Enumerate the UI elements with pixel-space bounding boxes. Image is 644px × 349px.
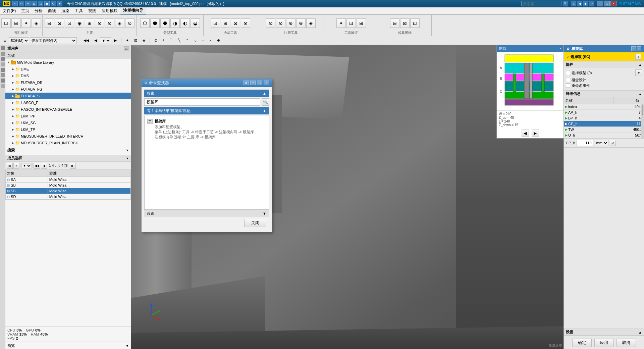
tb-btn-2[interactable]: ⊞ — [11, 18, 21, 28]
search-collapse[interactable]: ▼ — [126, 149, 129, 152]
nav-icon-1[interactable]: ⌂ — [571, 1, 576, 6]
tree-dme-expand[interactable]: ▶ — [11, 67, 15, 71]
command-search-button[interactable]: 🔍 — [262, 98, 269, 106]
rp-cph-input[interactable] — [577, 140, 593, 146]
sub-select-3[interactable]: ◈ — [140, 38, 148, 43]
tree-folder-meus-plain[interactable]: ▶ 📁 MEUSBURGER_PLAIN_INTERCH — [5, 140, 131, 146]
tree-lkmtp-expand[interactable]: ▶ — [11, 128, 15, 131]
rp-apply-btn[interactable]: 应用 — [594, 339, 614, 347]
info-panel-close[interactable]: × — [559, 46, 561, 50]
nav-icon-3[interactable]: ▶ — [583, 1, 588, 6]
rp-minimize[interactable]: − — [631, 46, 636, 51]
workspace-selector[interactable]: 仅在工作部件内 — [30, 37, 77, 44]
rp-rename-check[interactable] — [566, 84, 570, 88]
tree-hascoint-expand[interactable]: ▶ — [11, 108, 15, 111]
menu-tools[interactable]: 工具 — [72, 7, 86, 14]
tb-split-1[interactable]: ⬡ — [140, 18, 150, 28]
info-nav-left[interactable]: ◀ — [522, 130, 529, 137]
tb-main-5[interactable]: ⊞ — [85, 18, 94, 28]
member-view-grid[interactable]: ⊞ — [7, 163, 13, 169]
left-sidebar-icon-2[interactable] — [1, 52, 5, 56]
menu-render[interactable]: 渲染 — [59, 7, 72, 14]
tree-lkmpp-expand[interactable]: ▶ — [11, 114, 15, 118]
tb-tv-3[interactable]: ⊞ — [357, 18, 366, 28]
quick-icon-1[interactable]: ↩ — [12, 1, 18, 6]
tb-main-8[interactable]: ◈ — [115, 18, 124, 28]
tb-btn-4[interactable]: ◈ — [32, 18, 41, 28]
tb-inject-1[interactable]: ⊙ — [266, 18, 275, 28]
tree-folder-futaba-s[interactable]: ▶ FUTABA_S — [5, 93, 131, 99]
reference-selector[interactable]: 基准(M) — [9, 37, 29, 44]
menu-view[interactable]: 视图 — [86, 7, 99, 14]
tree-futabafg-expand[interactable]: ▶ — [11, 88, 15, 91]
tb-main-3[interactable]: ⊡ — [65, 18, 74, 28]
tree-hascoe-expand[interactable]: ▶ — [11, 101, 15, 104]
sub-toolbar-left-icon[interactable]: ≡ — [1, 38, 8, 43]
left-sidebar-icon-8[interactable] — [1, 84, 5, 88]
result-item-1[interactable]: 模架库 添加和配置模架。 菜单 (上边框条): 工具 -> 特定于工艺 -> 注… — [146, 117, 267, 141]
detail-row-cph[interactable]: ▶ CP_h 110 — [564, 121, 644, 127]
members-filter[interactable]: ▼ — [21, 163, 32, 168]
tree-view[interactable]: ▼ MW Mold Base Library ▶ 📁 DME ▶ 📁 DMS ▶ — [5, 59, 131, 146]
sub-nav-1[interactable]: ◀◀ — [81, 38, 91, 43]
tb-btn-3[interactable]: ✦ — [21, 18, 31, 28]
rp-settings-header[interactable]: 设置 ▲ — [564, 329, 644, 336]
tb-split-4[interactable]: ◑ — [170, 18, 180, 28]
dialog-refresh-icon[interactable]: ↺ — [244, 81, 249, 85]
sub-filter-selector[interactable]: ▼ — [100, 37, 111, 44]
nav-icon-4[interactable]: ? — [589, 1, 594, 6]
rp-select-mold-check[interactable] — [566, 71, 570, 75]
dialog-close-button[interactable]: 关闭 — [244, 219, 266, 227]
rp-details-scrollbar[interactable] — [641, 104, 644, 138]
tb-main-7[interactable]: ⊘ — [105, 18, 114, 28]
tree-folder-dme[interactable]: ▶ 📁 DME — [5, 66, 131, 72]
sub-select-2[interactable]: ⊡ — [132, 38, 140, 43]
info-nav-right[interactable]: ▶ — [532, 130, 539, 137]
rp-concept-check[interactable] — [566, 78, 570, 82]
detail-row-bph[interactable]: ▶ BP_h 40 — [564, 115, 644, 121]
menu-injection[interactable]: 注塑模向导 — [120, 7, 146, 14]
detail-row-index[interactable]: ▶ index 4040 — [564, 104, 644, 110]
close-button[interactable]: × — [610, 1, 616, 6]
rp-cph-apply-btn[interactable]: ↵ — [610, 140, 616, 146]
sub-tool-5[interactable]: ⌃ — [183, 38, 191, 43]
left-sidebar-icon-5[interactable] — [1, 68, 5, 72]
tb-main-9[interactable]: ⊙ — [125, 18, 135, 28]
tb-tv-2[interactable]: ⊡ — [346, 18, 356, 28]
quick-icon-4[interactable]: ⊞ — [32, 1, 37, 6]
menu-home[interactable]: 主页 — [18, 7, 32, 14]
member-nav-first[interactable]: ◀◀ — [34, 163, 40, 169]
maximize-button[interactable]: □ — [604, 1, 610, 6]
tree-folder-futaba-fg[interactable]: ▶ 📁 FUTABA_FG — [5, 86, 131, 93]
tb-draw-1[interactable]: ⊟ — [390, 18, 399, 28]
quick-icon-6[interactable]: ▣ — [44, 1, 50, 6]
sub-tool-9[interactable]: ⊕ — [215, 38, 222, 43]
member-view-list[interactable]: ≡ — [13, 163, 19, 169]
members-collapse[interactable]: ▼ — [126, 157, 129, 160]
rp-scrollbar-thumb[interactable] — [642, 105, 643, 115]
tb-inject-4[interactable]: ⊚ — [296, 18, 306, 28]
tree-root[interactable]: ▼ MW Mold Base Library — [5, 59, 131, 66]
tree-folder-dms[interactable]: ▶ 📁 DMS — [5, 72, 131, 79]
parts-panel-expand[interactable]: □ — [124, 46, 129, 51]
left-sidebar-icon-7[interactable] — [1, 79, 5, 83]
tb-split-6[interactable]: ◒ — [191, 18, 200, 28]
sub-tool-8[interactable]: × — [207, 38, 214, 43]
command-finder-dialog[interactable]: ⚙ 命令查找器 ↺ ? □ × 搜索 ▲ 🔍 — [141, 79, 272, 232]
tree-folder-futaba-de[interactable]: ▶ 📁 FUTABA_DE — [5, 79, 131, 86]
tb-main-2[interactable]: ⊠ — [55, 18, 64, 28]
detail-row-aph[interactable]: ▶ AP_h 70 — [564, 110, 644, 115]
tb-main-6[interactable]: ⊗ — [95, 18, 104, 28]
tb-tv-1[interactable]: ✦ — [336, 18, 346, 28]
dialog-help-icon[interactable]: ? — [250, 81, 256, 85]
rp-cph-unit[interactable]: mm — [595, 140, 608, 146]
quick-icon-5[interactable]: □ — [38, 1, 43, 6]
quick-icon-2[interactable]: ↪ — [19, 1, 24, 6]
sub-select-1[interactable]: ✦ — [123, 38, 131, 43]
tb-draw-2[interactable]: ⊠ — [400, 18, 410, 28]
tree-meusdrilled-expand[interactable]: ▶ — [11, 135, 15, 138]
dialog-search-header[interactable]: 搜索 ▲ — [144, 90, 269, 97]
viewport[interactable]: X Y Z 凤凰效果 信息 × — [131, 45, 564, 349]
preview-collapse[interactable]: ▼ — [126, 344, 129, 348]
quick-icon-8[interactable]: ▼ — [57, 1, 62, 6]
